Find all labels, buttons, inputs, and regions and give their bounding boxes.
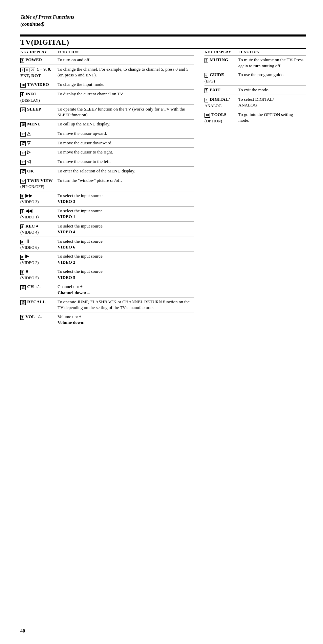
key-sub: (VIDEO 3): [20, 199, 56, 205]
right-table: KEY DISPLAY FUNCTION 5 MUTINGTo mute the…: [204, 49, 306, 125]
key-display-cell: 4 INFO(DISPLAY): [20, 89, 58, 104]
function-text-bold: VIDEO 3: [58, 199, 75, 204]
key-badge: 2: [204, 98, 208, 102]
key-name: ■: [25, 269, 28, 274]
page-header: Table of Preset Functions (continued): [20, 14, 306, 28]
key-display-cell: 17 ▽: [20, 138, 58, 148]
function-cell: To call up the MENU display.: [58, 119, 194, 129]
key-sub: (DISPLAY): [20, 98, 56, 103]
function-text-bold: VIDEO 6: [58, 244, 75, 249]
key-badge: 16: [20, 122, 26, 127]
left-col1-header: KEY DISPLAY: [20, 49, 58, 55]
key-display-cell: 6 GUIDE(EPG): [204, 70, 238, 86]
key-display-cell: 17 ◁: [20, 157, 58, 167]
key-badge: 15: [20, 300, 26, 305]
key-name: OK: [27, 168, 34, 173]
table-row: 14 SLEEPTo operate the SLEEP function on…: [20, 104, 194, 119]
function-cell: To select the input source.VIDEO 6: [58, 237, 194, 252]
key-badge: 5: [204, 58, 208, 63]
key-sub: (PIP ON/OFF): [20, 184, 56, 189]
function-cell: To change the channel. For example, to c…: [58, 65, 194, 80]
left-table: KEY DISPLAY FUNCTION 9 POWERTo turn on a…: [20, 49, 194, 327]
function-text-bold: VIDEO 5: [58, 275, 75, 280]
key-display-cell: 8 ■(VIDEO 5): [20, 267, 58, 282]
key-name: EXIT: [210, 87, 220, 92]
table-row: 8 ▶(VIDEO 2)To select the input source.V…: [20, 252, 194, 267]
table-row: 4 INFO(DISPLAY)To display the current ch…: [20, 89, 194, 104]
table-row: 17 ◁To move the cursor to the left.: [20, 157, 194, 167]
key-display-cell: 16 MENU: [20, 119, 58, 129]
key-badge: 8: [20, 194, 24, 199]
function-cell: To select the input source.VIDEO 1: [58, 206, 194, 221]
function-cell: To select the input source.VIDEO 4: [58, 221, 194, 237]
key-display-cell: 8 ▶▶(VIDEO 3): [20, 191, 58, 206]
key-display-cell: 3 VOL +/–: [20, 312, 58, 327]
function-text-bold: Channel down: –: [58, 290, 90, 295]
key-sub: (OPTION): [204, 118, 237, 124]
key-sub: (VIDEO 2): [20, 260, 56, 265]
table-row: 17 △To move the cursor upward.: [20, 129, 194, 138]
key-name: TWIN VIEW: [27, 178, 52, 183]
function-text-bold: VIDEO 4: [58, 229, 75, 234]
function-cell: Volume up: +Volume down: –: [58, 312, 194, 327]
table-row: 8 REC ●(VIDEO 4)To select the input sour…: [20, 221, 194, 237]
key-sub: (VIDEO 4): [20, 230, 56, 235]
key-badge: 3: [20, 315, 24, 320]
table-row: 3 VOL +/–Volume up: +Volume down: –: [20, 312, 194, 327]
key-sub: ANALOG: [204, 103, 237, 109]
right-col1-header: KEY DISPLAY: [204, 49, 238, 55]
key-badge: 17: [20, 132, 26, 137]
key-sub: (VIDEO 6): [20, 245, 56, 250]
left-column: KEY DISPLAY FUNCTION 9 POWERTo turn on a…: [20, 49, 194, 327]
table-row: 13 CH +/–Channel up: +Channel down: –: [20, 282, 194, 297]
table-row: 7 EXITTo exit the mode.: [204, 86, 306, 95]
table-row: 10 TV/VIDEOTo change the input mode.: [20, 80, 194, 90]
key-name: VOL +/–: [25, 314, 42, 319]
function-text-bold: VIDEO 1: [58, 214, 75, 219]
key-badge: 8: [20, 240, 24, 244]
key-display-cell: 9 POWER: [20, 55, 58, 65]
key-badge: 8: [20, 255, 24, 260]
function-cell: To turn on and off.: [58, 55, 194, 65]
function-cell: To select the input source.VIDEO 5: [58, 267, 194, 282]
table-row: 16 MENUTo call up the MENU display.: [20, 119, 194, 129]
function-cell: To change the input mode.: [58, 80, 194, 90]
page-title: Table of Preset Functions (continued): [20, 14, 306, 28]
function-cell: To move the cursor to the left.: [58, 157, 194, 167]
key-name: △: [27, 131, 30, 136]
key-display-cell: 18 TOOLS(OPTION): [204, 110, 238, 125]
key-badge: 17: [20, 141, 26, 146]
key-badge: 20: [30, 68, 35, 72]
key-badge: 14: [20, 108, 26, 112]
key-badge: 17: [20, 169, 26, 174]
table-row: 11120 1 – 9, 0, ENT, DOTTo change the ch…: [20, 65, 194, 80]
key-display-cell: 5 MUTING: [204, 55, 238, 70]
key-display-cell: 8 ◀◀(VIDEO 1): [20, 206, 58, 221]
key-name: MENU: [27, 121, 41, 126]
key-badge: 7: [204, 88, 208, 93]
main-layout: KEY DISPLAY FUNCTION 9 POWERTo turn on a…: [20, 49, 306, 327]
function-text-bold: Volume down: –: [58, 320, 88, 325]
key-badge: 1: [20, 68, 24, 72]
key-sub: (VIDEO 1): [20, 214, 56, 220]
key-badge: 9: [20, 58, 24, 63]
key-name: REC ●: [25, 223, 39, 229]
key-name: MUTING: [210, 57, 228, 62]
key-badge: 18: [204, 113, 210, 118]
table-row: 8 ■(VIDEO 5)To select the input source.V…: [20, 267, 194, 282]
key-name: ▶▶: [25, 193, 32, 198]
key-display-cell: 11120 1 – 9, 0, ENT, DOT: [20, 65, 58, 80]
key-display-cell: 12 TWIN VIEW(PIP ON/OFF): [20, 176, 58, 191]
key-display-cell: 17 OK: [20, 166, 58, 176]
key-display-cell: 17 ▷: [20, 148, 58, 157]
function-cell: To use the program guide.: [238, 70, 306, 86]
table-row: 15 RECALLTo operate JUMP, FLASHBACK or C…: [20, 297, 194, 312]
table-row: 12 TWIN VIEW(PIP ON/OFF)To turn the "win…: [20, 176, 194, 191]
key-display-cell: 8 REC ●(VIDEO 4): [20, 221, 58, 237]
function-cell: To turn the "window" picture on/off.: [58, 176, 194, 191]
key-name: CH +/–: [27, 284, 41, 289]
key-name: TOOLS: [211, 112, 227, 117]
key-display-cell: 14 SLEEP: [20, 104, 58, 119]
function-cell: To move the cursor upward.: [58, 129, 194, 138]
key-name: ▽: [27, 140, 30, 145]
